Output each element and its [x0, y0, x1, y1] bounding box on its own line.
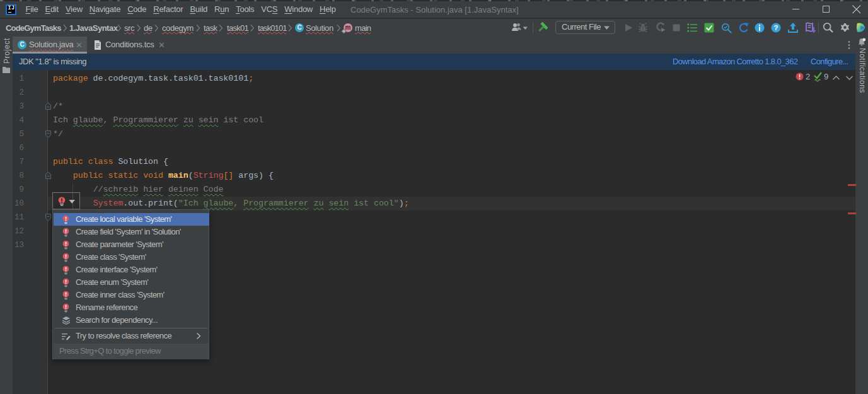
svg-text:?: ? — [773, 24, 778, 32]
